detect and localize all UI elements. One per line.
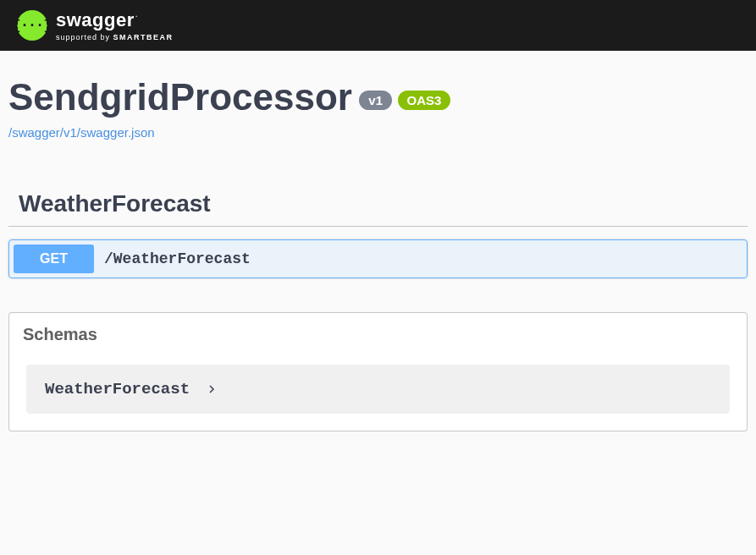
operation-block[interactable]: GET /WeatherForecast: [8, 239, 748, 278]
method-badge-get: GET: [14, 245, 94, 273]
brand-block: swagger . supported by SMARTBEAR: [56, 9, 174, 41]
operation-path: /WeatherForecast: [104, 250, 251, 267]
schemas-section: Schemas WeatherForecast: [8, 312, 748, 431]
brand-subtitle: supported by SMARTBEAR: [56, 33, 174, 41]
spec-link[interactable]: /swagger/v1/swagger.json: [8, 125, 748, 140]
title-row: SendgridProcessor v1 OAS3: [8, 76, 748, 118]
schemas-header[interactable]: Schemas: [9, 313, 747, 356]
version-badge: v1: [359, 91, 392, 110]
schemas-title: Schemas: [23, 325, 97, 343]
chevron-right-icon: [207, 382, 217, 396]
api-info: SendgridProcessor v1 OAS3 /swagger/v1/sw…: [8, 76, 748, 140]
supported-prefix: supported by: [56, 33, 113, 41]
trademark-symbol: .: [135, 9, 138, 19]
swagger-logo-icon: {···}: [17, 10, 47, 41]
tag-name: WeatherForecast: [19, 190, 211, 217]
api-title: SendgridProcessor: [8, 76, 352, 118]
operation-summary[interactable]: GET /WeatherForecast: [9, 240, 747, 278]
brand-name: swagger: [56, 9, 135, 31]
oas-badge: OAS3: [398, 91, 451, 110]
tag-header[interactable]: WeatherForecast: [8, 182, 748, 227]
main-content: SendgridProcessor v1 OAS3 /swagger/v1/sw…: [0, 51, 756, 440]
logo-glyph: {···}: [13, 18, 51, 33]
supported-brand: SMARTBEAR: [113, 33, 174, 41]
topbar-inner: {···} swagger . supported by SMARTBEAR: [0, 9, 190, 41]
schema-item[interactable]: WeatherForecast: [26, 365, 730, 414]
schema-name: WeatherForecast: [45, 380, 190, 398]
topbar: {···} swagger . supported by SMARTBEAR: [0, 0, 756, 51]
tag-section: WeatherForecast GET /WeatherForecast: [8, 182, 748, 278]
